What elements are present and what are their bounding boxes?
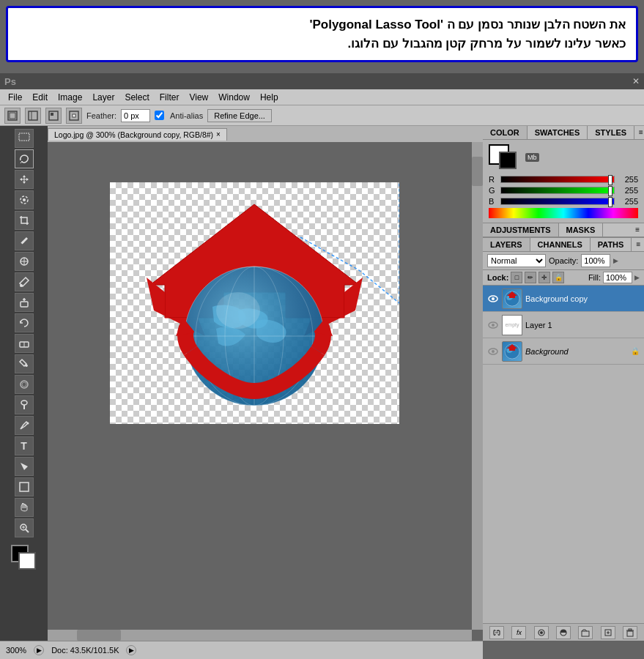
color-swatches[interactable] [489, 144, 521, 171]
menu-file[interactable]: File [3, 91, 27, 104]
options-bar: Feather: Anti-alias Refine Edge... [0, 105, 644, 126]
crop-tool-icon[interactable] [15, 211, 34, 230]
vertical-scrollbar[interactable] [472, 142, 483, 630]
tool-mode-btn2[interactable] [25, 108, 41, 124]
lock-transparency-btn[interactable]: □ [511, 272, 522, 283]
r-thumb[interactable] [608, 175, 612, 185]
opacity-input[interactable] [581, 254, 610, 267]
tooltip-line1: את השטח הלבן שנותר נסמן עם ה 'Polygonal … [18, 15, 626, 34]
status-bar: 300% ▶ Doc: 43.5K/101.5K ▶ [0, 641, 483, 659]
background-color[interactable] [18, 552, 36, 570]
color-panel-tabs: COLOR SWATCHES STYLES ≡ [483, 126, 644, 140]
layer-visibility-layer1[interactable] [487, 319, 499, 331]
hand-tool-icon[interactable] [15, 498, 34, 517]
fill-input[interactable] [603, 272, 632, 283]
history-brush-icon[interactable] [15, 313, 34, 332]
text-tool-icon[interactable]: T [15, 436, 34, 455]
doc-info-btn[interactable]: ▶ [126, 645, 136, 655]
canvas-area [48, 142, 483, 641]
color-swatch-area[interactable] [11, 545, 37, 571]
dodge-tool-icon[interactable] [15, 395, 34, 414]
r-slider[interactable] [500, 176, 615, 183]
eyedropper-icon[interactable] [15, 231, 34, 250]
lock-position-btn[interactable]: ✛ [538, 272, 550, 283]
color-spectrum[interactable] [489, 208, 638, 218]
menu-window[interactable]: Window [213, 91, 255, 104]
tool-mode-btn3[interactable] [45, 108, 62, 124]
move-tool-icon[interactable] [15, 170, 34, 189]
lock-all-btn[interactable]: 🔒 [552, 272, 564, 283]
svg-point-22 [21, 401, 27, 405]
menu-filter[interactable]: Filter [155, 91, 185, 104]
layers-tab[interactable]: LAYERS [483, 238, 530, 251]
add-mask-btn[interactable] [534, 626, 549, 639]
menu-edit[interactable]: Edit [27, 91, 53, 104]
left-toolbar: T [0, 126, 48, 641]
scroll-thumb-h[interactable] [77, 630, 121, 641]
layers-panel-menu[interactable]: ≡ [632, 238, 644, 251]
b-thumb[interactable] [608, 197, 612, 207]
color-tab[interactable]: COLOR [483, 126, 528, 139]
r-label: R [489, 175, 497, 184]
lasso-tool-icon[interactable] [15, 149, 34, 168]
g-thumb[interactable] [608, 186, 612, 196]
doc-tab-close[interactable]: × [216, 130, 221, 138]
layer-visibility-bg-copy[interactable] [487, 293, 499, 305]
doc-tab[interactable]: Logo.jpg @ 300% (Background copy, RGB/8#… [48, 128, 227, 141]
delete-layer-btn[interactable] [623, 626, 637, 639]
pen-tool-icon[interactable] [15, 416, 34, 435]
layer-item[interactable]: Background 🔒 [483, 338, 644, 365]
new-layer-btn[interactable] [601, 626, 615, 639]
refine-edge-button[interactable]: Refine Edge... [207, 109, 272, 122]
blur-tool-icon[interactable] [15, 375, 34, 394]
layer-lock-icon: 🔒 [631, 347, 640, 355]
quick-selection-icon[interactable] [15, 190, 34, 209]
ps-header: Ps ✕ [0, 73, 644, 89]
scroll-thumb-v[interactable] [472, 157, 483, 186]
layer-visibility-background[interactable] [487, 346, 499, 357]
g-slider[interactable] [500, 187, 615, 194]
menu-select[interactable]: Select [119, 91, 154, 104]
healing-brush-icon[interactable] [15, 252, 34, 271]
new-group-btn[interactable] [578, 626, 593, 639]
feather-input[interactable] [121, 109, 150, 122]
blend-mode-select[interactable]: Normal Multiply Screen [487, 254, 546, 267]
fill-label: Fill: [588, 273, 601, 282]
canvas-nav-btn[interactable]: ▶ [34, 645, 44, 655]
adj-panel-menu[interactable]: ≡ [631, 223, 644, 237]
b-slider[interactable] [500, 198, 615, 205]
masks-tab[interactable]: MASKS [559, 223, 604, 237]
menu-help[interactable]: Help [255, 91, 284, 104]
styles-tab[interactable]: STYLES [588, 126, 634, 139]
layer-item[interactable]: empty Layer 1 [483, 312, 644, 338]
layer-fx-btn[interactable]: fx [511, 626, 526, 639]
lock-pixels-btn[interactable]: ✏ [525, 272, 536, 283]
color-panel-menu[interactable]: ≡ [634, 126, 644, 139]
shape-tool-icon[interactable] [15, 477, 34, 496]
adjustment-layer-btn[interactable] [556, 626, 571, 639]
zoom-tool-icon[interactable] [15, 518, 34, 537]
eraser-tool-icon[interactable] [15, 334, 34, 353]
path-selection-icon[interactable] [15, 457, 34, 476]
paths-tab[interactable]: PATHS [591, 238, 632, 251]
menu-view[interactable]: View [184, 91, 213, 104]
antialias-checkbox[interactable] [155, 111, 164, 120]
close-button[interactable]: ✕ [632, 76, 640, 86]
menu-layer[interactable]: Layer [87, 91, 119, 104]
channels-tab[interactable]: CHANNELS [530, 238, 591, 251]
marquee-tool-icon[interactable] [15, 129, 34, 148]
opacity-arrow[interactable]: ▶ [613, 257, 618, 264]
link-layers-btn[interactable] [489, 626, 504, 639]
paint-bucket-icon[interactable] [15, 354, 34, 373]
tool-mode-btn4[interactable] [66, 108, 82, 124]
swatches-tab[interactable]: SWATCHES [528, 126, 588, 139]
layer-item[interactable]: Background copy [483, 286, 644, 312]
brush-tool-icon[interactable] [15, 272, 34, 291]
clone-stamp-icon[interactable] [15, 293, 34, 312]
menu-image[interactable]: Image [53, 91, 87, 104]
fill-arrow[interactable]: ▶ [634, 274, 640, 281]
bg-swatch[interactable] [499, 152, 517, 169]
adjustments-tab[interactable]: ADJUSTMENTS [483, 223, 559, 237]
tool-mode-btn1[interactable] [4, 108, 21, 124]
horizontal-scrollbar[interactable] [48, 630, 472, 641]
